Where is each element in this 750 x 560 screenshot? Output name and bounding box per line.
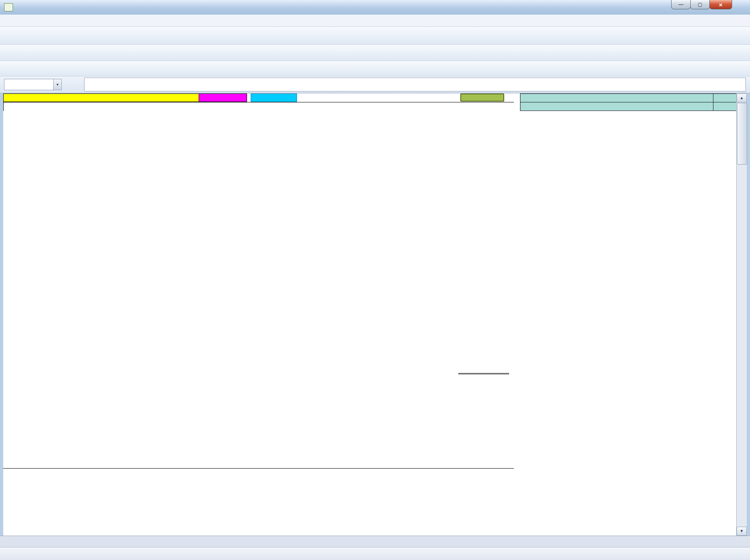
invoice-subtitle-row [520, 102, 736, 111]
maximize-button[interactable]: ▢ [690, 0, 710, 9]
formatting-toolbar [0, 45, 750, 61]
invoice-panel-subtitle[interactable] [520, 102, 713, 111]
total-excl-tax-label [3, 363, 423, 375]
name-box-dropdown-icon[interactable]: ▾ [53, 79, 61, 90]
total-excl-tax-value[interactable] [458, 363, 509, 374]
total-excl-tax-row [3, 363, 514, 375]
invoice-title-row [520, 94, 736, 102]
formula-bar: ▾ [0, 76, 750, 93]
invoice-panel-title[interactable] [520, 94, 713, 102]
title-bar[interactable]: —▢× [0, 0, 750, 15]
summary-button[interactable] [251, 93, 297, 102]
standard-toolbar [0, 27, 750, 45]
invoice-cut-column-header[interactable] [713, 94, 736, 102]
status-bar [0, 547, 750, 560]
spreadsheet-canvas[interactable] [3, 93, 736, 536]
menu-bar [0, 15, 750, 27]
insert-cells-button[interactable] [460, 93, 504, 102]
calculations-area [3, 458, 514, 469]
column-header-row [4, 102, 514, 111]
calculations-rows [3, 468, 514, 469]
sheet-tab-bar [0, 536, 750, 547]
minimize-button[interactable]: — [671, 0, 691, 9]
banner-row [3, 93, 514, 102]
name-box[interactable]: ▾ [4, 79, 62, 90]
scroll-down-icon[interactable]: ▼ [737, 527, 747, 536]
sheet-title-banner[interactable] [3, 93, 199, 102]
invoice-cut-column-subheader[interactable] [713, 102, 736, 111]
close-button[interactable]: × [709, 0, 732, 9]
cell-reference[interactable] [4, 79, 53, 90]
invoice-panel [520, 93, 736, 111]
save-button[interactable] [199, 93, 247, 102]
app-icon [4, 3, 13, 11]
form-controls-toolbar [0, 61, 750, 76]
calculations-header-row [3, 458, 514, 468]
vertical-scrollbar[interactable]: ▲ ▼ [736, 93, 747, 536]
vertical-scroll-thumb[interactable] [737, 103, 747, 165]
estimate-table [3, 93, 514, 111]
scroll-up-icon[interactable]: ▲ [737, 93, 747, 102]
formula-input-line[interactable] [84, 78, 746, 91]
